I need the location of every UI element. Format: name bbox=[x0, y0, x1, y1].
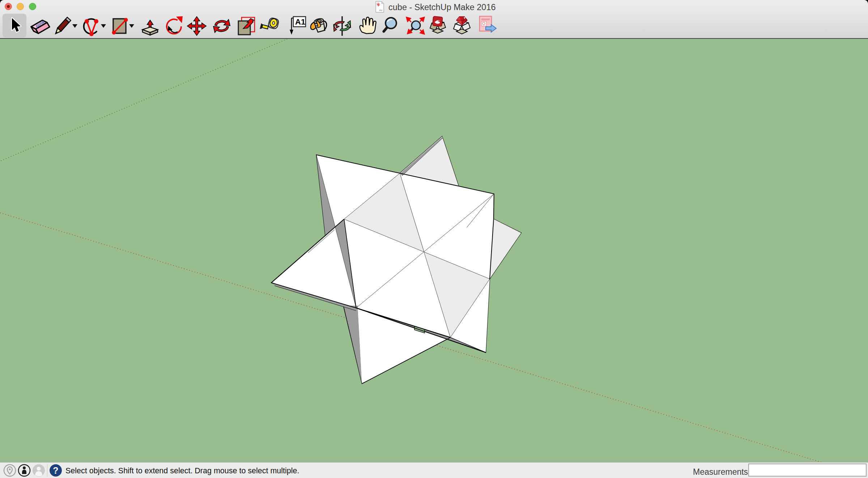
svg-text:skp: skp bbox=[379, 9, 383, 11]
svg-text:?: ? bbox=[53, 465, 58, 475]
svg-text:A1: A1 bbox=[295, 17, 305, 26]
